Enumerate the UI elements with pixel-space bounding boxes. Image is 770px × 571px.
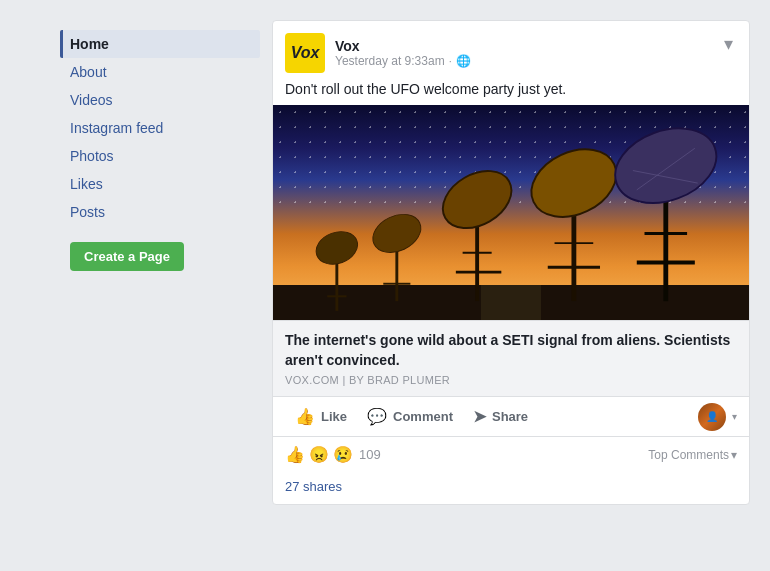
post-options-button[interactable]: ▾ bbox=[720, 33, 737, 55]
chevron-down-icon[interactable]: ▾ bbox=[732, 411, 737, 422]
create-page-button[interactable]: Create a Page bbox=[70, 242, 184, 271]
post-link-preview[interactable]: The internet's gone wild about a SETI si… bbox=[273, 320, 749, 396]
top-comments-label: Top Comments bbox=[648, 448, 729, 462]
sidebar-link-photos[interactable]: Photos bbox=[60, 142, 260, 170]
reactions-left: 👍 😠 😢 109 bbox=[285, 445, 381, 464]
svg-point-13 bbox=[520, 136, 627, 230]
vox-logo[interactable]: Vox bbox=[285, 33, 325, 73]
comment-icon: 💬 bbox=[367, 407, 387, 426]
sidebar-link-home[interactable]: Home bbox=[60, 30, 260, 58]
privacy-icon: 🌐 bbox=[456, 54, 471, 68]
post-link-source: VOX.COM | BY BRAD PLUMER bbox=[285, 374, 737, 386]
sidebar-item-videos[interactable]: Videos bbox=[60, 86, 260, 114]
post-header: Vox Vox Yesterday at 9:33am · 🌐 ▾ bbox=[273, 21, 749, 81]
sidebar-item-posts[interactable]: Posts bbox=[60, 198, 260, 226]
share-icon: ➤ bbox=[473, 407, 486, 426]
sidebar-item-home[interactable]: Home bbox=[60, 30, 260, 58]
post-header-left: Vox Vox Yesterday at 9:33am · 🌐 bbox=[285, 33, 471, 73]
post-reactions: 👍 😠 😢 109 Top Comments ▾ bbox=[273, 436, 749, 472]
post-meta: Vox Yesterday at 9:33am · 🌐 bbox=[335, 38, 471, 68]
post-caption: Don't roll out the UFO welcome party jus… bbox=[273, 81, 749, 105]
top-comments-chevron-icon: ▾ bbox=[731, 448, 737, 462]
sidebar-item-about[interactable]: About bbox=[60, 58, 260, 86]
share-label: Share bbox=[492, 409, 528, 424]
thumbsup-icon: 👍 bbox=[295, 407, 315, 426]
satellite-dishes-illustration bbox=[273, 127, 749, 321]
post-author[interactable]: Vox bbox=[335, 38, 471, 54]
post-image bbox=[273, 105, 749, 320]
post-link-title: The internet's gone wild about a SETI si… bbox=[285, 331, 737, 370]
share-button[interactable]: ➤ Share bbox=[463, 401, 538, 432]
sidebar-item-photos[interactable]: Photos bbox=[60, 142, 260, 170]
post-timestamp: Yesterday at 9:33am bbox=[335, 54, 445, 68]
avatar: 👤 bbox=[698, 403, 726, 431]
globe-icon: · bbox=[449, 55, 452, 67]
comment-label: Comment bbox=[393, 409, 453, 424]
svg-point-5 bbox=[367, 207, 427, 260]
sidebar-link-likes[interactable]: Likes bbox=[60, 170, 260, 198]
post-time: Yesterday at 9:33am · 🌐 bbox=[335, 54, 471, 68]
sidebar-link-videos[interactable]: Videos bbox=[60, 86, 260, 114]
shares-link[interactable]: 27 shares bbox=[285, 479, 342, 494]
sidebar-item-likes[interactable]: Likes bbox=[60, 170, 260, 198]
comment-button[interactable]: 💬 Comment bbox=[357, 401, 463, 432]
sidebar: Home About Videos Instagram feed Photos … bbox=[60, 20, 260, 271]
sidebar-link-posts[interactable]: Posts bbox=[60, 198, 260, 226]
sidebar-nav: Home About Videos Instagram feed Photos … bbox=[60, 30, 260, 226]
top-comments-button[interactable]: Top Comments ▾ bbox=[648, 448, 737, 462]
post-actions: 👍 Like 💬 Comment ➤ Share 👤 ▾ bbox=[273, 396, 749, 436]
sad-reaction-icon: 😢 bbox=[333, 445, 353, 464]
angry-reaction-icon: 😠 bbox=[309, 445, 329, 464]
like-label: Like bbox=[321, 409, 347, 424]
main-content: Vox Vox Yesterday at 9:33am · 🌐 ▾ Don't … bbox=[272, 20, 750, 505]
svg-point-2 bbox=[312, 226, 363, 270]
sidebar-link-instagram[interactable]: Instagram feed bbox=[60, 114, 260, 142]
sidebar-item-instagram[interactable]: Instagram feed bbox=[60, 114, 260, 142]
action-right: 👤 ▾ bbox=[698, 403, 737, 431]
sidebar-link-about[interactable]: About bbox=[60, 58, 260, 86]
reaction-count: 109 bbox=[359, 447, 381, 462]
like-reaction-icon: 👍 bbox=[285, 445, 305, 464]
post-shares: 27 shares bbox=[273, 472, 749, 504]
like-button[interactable]: 👍 Like bbox=[285, 401, 357, 432]
post-card: Vox Vox Yesterday at 9:33am · 🌐 ▾ Don't … bbox=[272, 20, 750, 505]
